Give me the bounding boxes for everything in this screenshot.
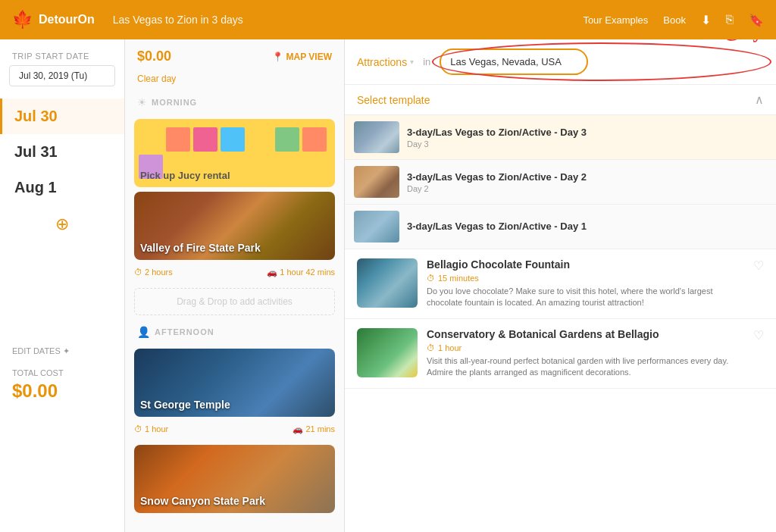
sticky-note xyxy=(248,127,272,152)
template-name: 3-day/Las Vegas to Zion/Active - Day 2 xyxy=(407,171,767,183)
st-george-duration: ⏱1 hour xyxy=(134,424,168,434)
attraction-desc: Visit this all-year-round perfect botani… xyxy=(427,355,744,379)
sticky-note xyxy=(221,127,245,152)
morning-icon: ☀ xyxy=(137,96,147,108)
logo-icon: 🍁 xyxy=(12,10,33,30)
add-day-button[interactable]: ⊕ xyxy=(0,205,124,243)
template-info: 3-day/Las Vegas to Zion/Active - Day 3 D… xyxy=(407,127,767,149)
attraction-type-selector[interactable]: Attractions ▾ xyxy=(357,56,414,68)
attraction-duration: ⏱ 15 minutes xyxy=(427,274,744,283)
logo[interactable]: 🍁 DetourOn xyxy=(12,10,95,30)
pickup-label: Pick up Jucy rental xyxy=(140,170,230,181)
afternoon-icon: 👤 xyxy=(137,326,150,338)
template-item[interactable]: 3-day/Las Vegas to Zion/Active - Day 1 xyxy=(345,205,776,249)
attraction-name: Bellagio Chocolate Fountain xyxy=(427,258,744,271)
sidebar-dates: Trip Start Date Jul 30, 2019 (Tu) Jul 30… xyxy=(0,39,125,532)
valley-card-title: Valley of Fire State Park xyxy=(140,242,261,254)
download-icon[interactable]: ⬇ xyxy=(701,13,711,27)
template-collapse-icon: ∧ xyxy=(755,92,764,107)
search-location-input[interactable] xyxy=(440,49,588,75)
attractions-list: Bellagio Chocolate Fountain ⏱ 15 minutes… xyxy=(345,249,776,532)
attractions-panel: Attractions ▾ in City↗ Select template ∧… xyxy=(345,39,776,532)
nav-book[interactable]: Book xyxy=(663,14,686,26)
afternoon-section-header: 👤 AFTERNOON xyxy=(125,320,344,344)
itinerary-panel: $0.00 📍 MAP VIEW Clear day ☀ MORNING xyxy=(125,39,345,532)
template-day: Day 3 xyxy=(407,139,767,149)
morning-section-header: ☀ MORNING xyxy=(125,90,344,114)
favorite-icon[interactable]: ♡ xyxy=(753,328,764,343)
share-icon[interactable]: ⎘ xyxy=(726,13,734,27)
search-location-wrapper: City↗ xyxy=(440,49,764,75)
template-label: Select template xyxy=(357,94,430,106)
attraction-thumb-bellagio xyxy=(357,258,418,308)
selector-chevron-icon: ▾ xyxy=(410,58,414,66)
save-icon[interactable]: 🔖 xyxy=(749,13,764,27)
template-day: Day 2 xyxy=(407,184,767,193)
edit-dates-button[interactable]: EDIT DATES ✦ xyxy=(0,334,124,368)
map-view-button[interactable]: 📍 MAP VIEW xyxy=(272,52,332,62)
header-nav: Tour Examples Book ⬇ ⎘ 🔖 xyxy=(583,13,764,27)
st-george-card[interactable]: St George Temple xyxy=(134,349,335,417)
valley-drive: 🚗1 hour 42 mins xyxy=(267,268,335,277)
trip-start-label: Trip Start Date xyxy=(0,52,124,61)
attraction-name: Conservatory & Botanical Gardens at Bell… xyxy=(427,328,744,340)
sticky-note xyxy=(275,127,299,152)
snow-canyon-card[interactable]: Snow Canyon State Park xyxy=(134,445,335,513)
date-jul31[interactable]: Jul 31 xyxy=(0,134,124,170)
valley-duration: ⏱2 hours xyxy=(134,268,173,277)
template-info: 3-day/Las Vegas to Zion/Active - Day 2 D… xyxy=(407,171,767,193)
template-thumb-day2 xyxy=(354,166,399,198)
trip-start-date[interactable]: Jul 30, 2019 (Tu) xyxy=(9,65,115,86)
template-thumb-day1 xyxy=(354,211,399,243)
clock-icon: ⏱ xyxy=(427,343,435,352)
map-view-label: MAP VIEW xyxy=(286,52,332,62)
nav-tour-examples[interactable]: Tour Examples xyxy=(583,14,648,26)
morning-label: MORNING xyxy=(152,98,197,107)
app-header: 🍁 DetourOn Las Vegas to Zion in 3 days T… xyxy=(0,0,776,39)
valley-card[interactable]: Valley of Fire State Park xyxy=(134,192,335,260)
logo-text: DetourOn xyxy=(39,13,95,27)
sticky-note xyxy=(193,127,217,152)
in-label: in xyxy=(423,56,430,67)
attraction-info: Bellagio Chocolate Fountain ⏱ 15 minutes… xyxy=(427,258,744,309)
map-pin-icon: 📍 xyxy=(272,52,283,62)
sticky-note xyxy=(302,127,327,152)
attractions-search-bar: Attractions ▾ in City↗ xyxy=(345,39,776,85)
date-aug1[interactable]: Aug 1 xyxy=(0,170,124,205)
template-list: 3-day/Las Vegas to Zion/Active - Day 3 D… xyxy=(345,115,776,249)
attraction-item[interactable]: Bellagio Chocolate Fountain ⏱ 15 minutes… xyxy=(345,249,776,319)
template-item[interactable]: 3-day/Las Vegas to Zion/Active - Day 3 D… xyxy=(345,115,776,160)
st-george-card-title: St George Temple xyxy=(140,399,230,411)
template-name: 3-day/Las Vegas to Zion/Active - Day 1 xyxy=(407,221,767,232)
clear-day-button[interactable]: Clear day xyxy=(125,74,344,90)
template-info: 3-day/Las Vegas to Zion/Active - Day 1 xyxy=(407,221,767,233)
attraction-info: Conservatory & Botanical Gardens at Bell… xyxy=(427,328,744,379)
main-container: Trip Start Date Jul 30, 2019 (Tu) Jul 30… xyxy=(0,39,776,532)
attraction-item[interactable]: Conservatory & Botanical Gardens at Bell… xyxy=(345,319,776,389)
template-thumb-day3 xyxy=(354,121,399,153)
valley-time-row: ⏱2 hours 🚗1 hour 42 mins xyxy=(125,264,344,283)
attraction-type-label: Attractions xyxy=(357,56,407,68)
total-cost-label: Total Cost xyxy=(0,368,124,377)
city-annotation: City↗ xyxy=(721,39,776,47)
clock-icon: ⏱ xyxy=(427,274,435,283)
template-item[interactable]: 3-day/Las Vegas to Zion/Active - Day 2 D… xyxy=(345,160,776,205)
afternoon-label: AFTERNOON xyxy=(155,327,214,336)
total-cost-value: $0.00 xyxy=(0,377,124,405)
attraction-thumb-conservatory xyxy=(357,328,418,377)
trip-title: Las Vegas to Zion in 3 days xyxy=(113,14,243,26)
sticky-note xyxy=(166,127,190,152)
sticky-note xyxy=(139,127,163,152)
date-jul30[interactable]: Jul 30 xyxy=(0,99,124,134)
template-name: 3-day/Las Vegas to Zion/Active - Day 3 xyxy=(407,127,767,138)
pickup-card[interactable]: Pick up Jucy rental xyxy=(134,119,335,187)
snow-canyon-card-title: Snow Canyon State Park xyxy=(140,495,265,507)
template-selector[interactable]: Select template ∧ xyxy=(345,85,776,115)
drag-drop-hint: Drag & Drop to add activities xyxy=(134,288,335,315)
favorite-icon[interactable]: ♡ xyxy=(753,258,764,273)
attraction-duration: ⏱ 1 hour xyxy=(427,343,744,352)
attraction-desc: Do you love chocolate? Make sure to visi… xyxy=(427,286,744,309)
itinerary-cost: $0.00 xyxy=(137,49,171,64)
st-george-drive: 🚗21 mins xyxy=(293,424,335,434)
itinerary-header: $0.00 📍 MAP VIEW xyxy=(125,39,344,74)
